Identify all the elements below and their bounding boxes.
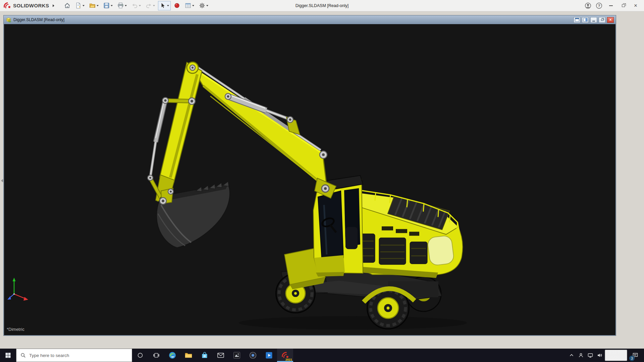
chevron-up-icon (569, 353, 574, 358)
select-tool-button[interactable] (158, 1, 171, 10)
document-titlebar[interactable]: Digger.SLDASM [Read-only] (4, 15, 616, 24)
redo-icon (146, 2, 152, 9)
doc-restore-button[interactable] (599, 17, 605, 23)
minimize-icon (609, 5, 613, 6)
select-arrow-icon (160, 2, 166, 9)
window-controls: ? × (584, 1, 641, 10)
document-window: Digger.SLDASM [Read-only] (3, 15, 616, 336)
windows-taskbar: Type here to search (0, 349, 644, 362)
task-view-button[interactable] (148, 349, 164, 362)
system-tray: 8:18 PM 3/5/2021 3 (567, 349, 644, 362)
cortana-icon (137, 352, 143, 358)
cortana-button[interactable] (132, 349, 148, 362)
home-icon (64, 2, 70, 9)
save-icon (103, 2, 110, 9)
taskbar-search-input[interactable]: Type here to search (16, 349, 132, 362)
task-view-icon (153, 352, 159, 358)
pane-view-icon (575, 18, 579, 22)
file-explorer-icon (184, 351, 193, 359)
search-placeholder: Type here to search (29, 353, 69, 358)
doc-minimize-button[interactable] (590, 17, 597, 23)
document-title: Digger.SLDASM [Read-only] (13, 17, 64, 22)
clock-date: 3/5/2021 (608, 355, 624, 360)
people-icon (578, 353, 584, 358)
quick-access-toolbar (62, 1, 210, 10)
print-icon (117, 2, 124, 9)
people-tray-button[interactable] (577, 349, 585, 362)
new-document-button[interactable] (73, 1, 86, 10)
appearance-ball-icon (174, 2, 180, 9)
photos-icon (233, 351, 241, 359)
new-document-icon (75, 2, 82, 9)
taskbar-app-file-explorer[interactable] (180, 349, 197, 362)
bucket (157, 181, 230, 248)
model-canvas: *Dimetric (4, 24, 615, 335)
taskbar-app-photos[interactable] (229, 349, 245, 362)
undo-icon (131, 2, 138, 9)
doc-pane-button-1[interactable] (574, 17, 580, 23)
options-button[interactable] (197, 1, 210, 10)
solidworks-brand: SOLIDWORKS (3, 2, 54, 10)
app-window-title: Digger.SLDASM [Read-only] (296, 3, 348, 8)
assembly-document-icon (6, 17, 11, 23)
doc-close-button[interactable]: × (607, 17, 614, 23)
edge-icon (168, 351, 176, 359)
taskbar-app-mail[interactable] (213, 349, 229, 362)
minimize-icon (592, 21, 595, 21)
home-button[interactable] (62, 1, 72, 10)
clock-time: 8:18 PM (609, 350, 624, 355)
close-button[interactable]: × (631, 1, 641, 10)
action-center-button[interactable]: 3 (628, 349, 643, 362)
close-icon: × (634, 3, 637, 8)
drawing-sheet-icon (185, 2, 191, 9)
undo-button[interactable] (130, 1, 143, 10)
volume-icon (597, 353, 602, 358)
taskbar-app-solidworks[interactable]: 2021 (277, 349, 293, 362)
boom-arm (192, 67, 336, 198)
minimize-button[interactable] (606, 1, 616, 10)
redo-button[interactable] (144, 1, 157, 10)
stick-arm (156, 62, 202, 206)
display-icon (588, 353, 593, 358)
restore-icon (601, 19, 603, 21)
seat (345, 227, 358, 249)
media-app-icon (265, 351, 273, 359)
volume-tray-button[interactable] (595, 349, 604, 362)
taskbar-app-round[interactable] (245, 349, 261, 362)
store-icon (201, 351, 209, 359)
drawing-sheet-button[interactable] (183, 1, 196, 10)
hidden-icons-button[interactable] (567, 349, 576, 362)
save-button[interactable] (102, 1, 114, 10)
restore-icon (622, 4, 625, 7)
orientation-triad (7, 278, 28, 301)
search-icon (20, 353, 26, 358)
restore-button[interactable] (618, 1, 628, 10)
taskbar-clock[interactable]: 8:18 PM 3/5/2021 (605, 350, 627, 361)
mail-icon (217, 351, 225, 359)
help-icon: ? (596, 2, 602, 9)
appearances-button[interactable] (172, 1, 182, 10)
document-window-controls: × (574, 17, 614, 23)
brand-name: SOLIDWORKS (13, 3, 49, 8)
print-button[interactable] (116, 1, 128, 10)
viewport-3d[interactable]: *Dimetric (4, 24, 615, 335)
app-toolbar: SOLIDWORKS (0, 0, 644, 11)
display-tray-button[interactable] (586, 349, 595, 362)
start-button[interactable] (0, 349, 16, 362)
open-button[interactable] (88, 1, 100, 10)
taskbar-app-edge[interactable] (164, 349, 180, 362)
account-button[interactable] (584, 1, 592, 10)
round-app-icon (249, 351, 257, 359)
solidworks-logo-icon (3, 2, 11, 10)
view-orientation-label: *Dimetric (7, 327, 24, 332)
split-pane-icon (583, 18, 588, 22)
excavator-model (148, 62, 467, 329)
solidworks-app: SOLIDWORKS (0, 0, 644, 362)
doc-pane-button-2[interactable] (582, 17, 589, 23)
user-icon (585, 2, 591, 9)
toolbar-expand-arrow[interactable] (53, 4, 54, 7)
notification-count-badge: 3 (629, 356, 635, 361)
taskbar-app-store[interactable] (197, 349, 213, 362)
taskbar-app-media[interactable] (261, 349, 277, 362)
help-button[interactable]: ? (595, 1, 603, 10)
